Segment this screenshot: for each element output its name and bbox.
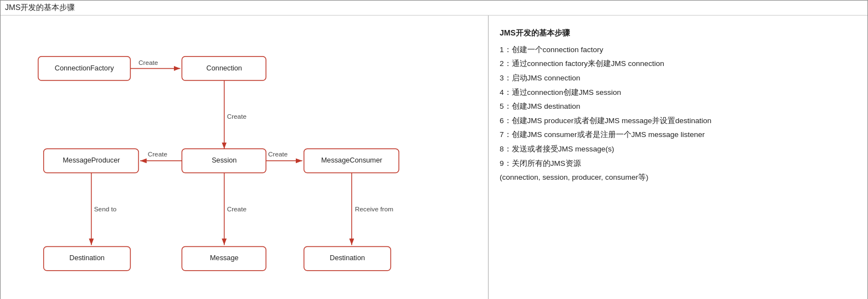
step-item-8: 9：关闭所有的JMS资源 (500, 156, 856, 171)
svg-text:ConnectionFactory: ConnectionFactory (55, 64, 114, 72)
svg-text:Create: Create (227, 205, 247, 212)
steps-title: JMS开发的基本步骤 (500, 26, 856, 40)
svg-text:Destination: Destination (330, 254, 365, 262)
svg-text:Message: Message (210, 254, 239, 262)
svg-text:Send to: Send to (94, 205, 117, 212)
svg-text:Create: Create (138, 59, 158, 66)
svg-text:Create: Create (148, 150, 168, 158)
outer-border: JMS开发的基本步骤 ConnectionFactory Connec (0, 0, 868, 299)
step-item-1: 2：通过connection factory来创建JMS connection (500, 57, 856, 71)
svg-text:Session: Session (212, 156, 237, 164)
diagram-svg: ConnectionFactory Connection Create Crea… (17, 27, 471, 287)
svg-text:Create: Create (268, 150, 288, 158)
step-item-5: 6：创建JMS producer或者创建JMS message并设置destin… (500, 114, 856, 128)
step-item-4: 5：创建JMS destination (500, 99, 856, 114)
diagram-panel: ConnectionFactory Connection Create Crea… (1, 16, 489, 299)
svg-text:Receive from: Receive from (355, 205, 393, 212)
step-item-0: 1：创建一个connection factory (500, 43, 856, 57)
text-panel: JMS开发的基本步骤 1：创建一个connection factory2：通过c… (489, 16, 867, 299)
svg-text:MessageProducer: MessageProducer (63, 156, 120, 164)
step-item-3: 4：通过connection创建JMS session (500, 85, 856, 100)
step-item-9: (connection, session, producer, consumer… (500, 170, 856, 185)
svg-text:MessageConsumer: MessageConsumer (321, 156, 383, 164)
page-title: JMS开发的基本步骤 (5, 3, 75, 12)
step-item-6: 7：创建JMS consumer或者是注册一个JMS message liste… (500, 128, 856, 142)
svg-text:Create: Create (227, 113, 247, 120)
steps-list: 1：创建一个connection factory2：通过connection f… (500, 43, 856, 185)
svg-text:Destination: Destination (69, 254, 105, 262)
svg-text:Connection: Connection (207, 64, 242, 72)
content-area: ConnectionFactory Connection Create Crea… (1, 16, 867, 299)
step-item-2: 3：启动JMS connection (500, 71, 856, 85)
step-item-7: 8：发送或者接受JMS message(s) (500, 142, 856, 156)
title-bar: JMS开发的基本步骤 (1, 1, 867, 16)
